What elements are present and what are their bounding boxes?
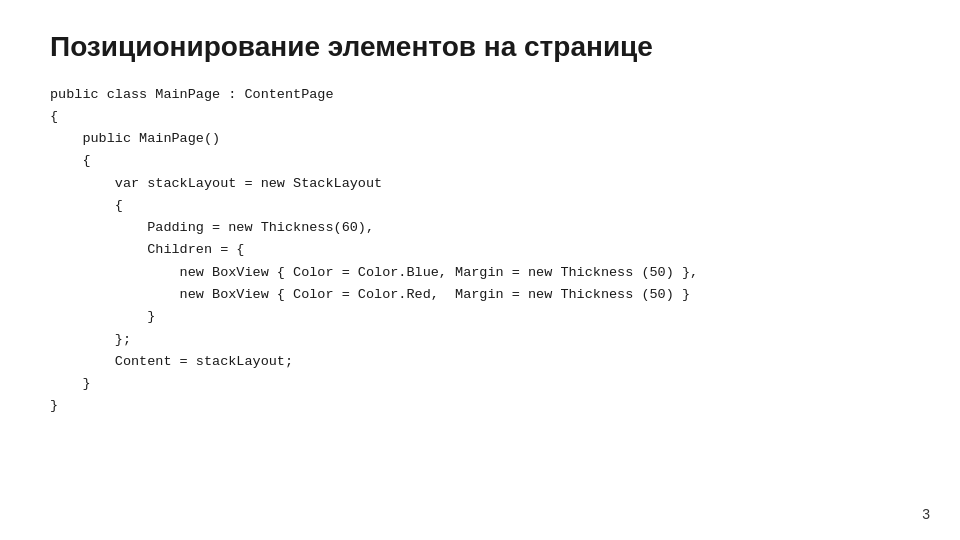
- slide: Позиционирование элементов на странице p…: [0, 0, 960, 540]
- page-number: 3: [922, 506, 930, 522]
- code-block: public class MainPage : ContentPage { pu…: [50, 84, 910, 418]
- slide-title: Позиционирование элементов на странице: [50, 30, 910, 64]
